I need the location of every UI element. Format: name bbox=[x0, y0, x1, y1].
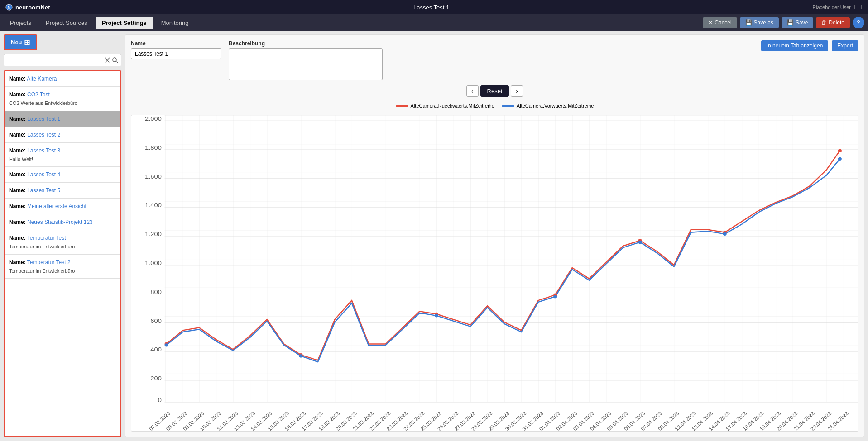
legend-red-line bbox=[396, 105, 408, 107]
list-item[interactable]: Name: Lasses Test 2 bbox=[5, 127, 120, 143]
search-input[interactable] bbox=[6, 57, 104, 63]
desc-label: Beschreibung bbox=[229, 40, 383, 47]
search-clear-button[interactable] bbox=[104, 57, 111, 64]
window-title: Lasses Test 1 bbox=[413, 4, 449, 11]
svg-line-6 bbox=[116, 61, 118, 63]
chart-reset-button[interactable]: Reset bbox=[480, 85, 509, 97]
tab-monitoring[interactable]: Monitoring bbox=[155, 17, 195, 29]
form-row: Name Beschreibung bbox=[131, 40, 383, 80]
user-info: Placeholder User bbox=[813, 5, 863, 10]
svg-point-41 bbox=[638, 241, 642, 244]
svg-point-43 bbox=[838, 157, 842, 161]
chart-svg: 2.000 1.800 1.600 1.400 1.200 1.000 800 … bbox=[131, 115, 858, 431]
app-logo: N neuroomNet bbox=[5, 4, 50, 11]
search-bar bbox=[4, 54, 121, 66]
chart-prev-button[interactable]: ‹ bbox=[466, 85, 478, 97]
tab-projects[interactable]: Projects bbox=[4, 17, 38, 29]
left-panel: Neu ⊞ Name: Alte Kamera bbox=[4, 34, 121, 437]
top-bar: N neuroomNet Lasses Test 1 Placeholder U… bbox=[0, 0, 868, 14]
cancel-button[interactable]: ✕ Cancel bbox=[703, 17, 737, 28]
svg-text:200: 200 bbox=[150, 375, 162, 382]
search-icon bbox=[112, 57, 118, 63]
svg-text:1.400: 1.400 bbox=[145, 202, 162, 209]
svg-text:1.800: 1.800 bbox=[145, 144, 162, 151]
svg-text:0: 0 bbox=[158, 397, 162, 403]
chart-legend: AlteCamera.Rueckwaerts.MitZeitreihe Alte… bbox=[131, 103, 858, 109]
nav-tabs: Projects Project Sources Project Setting… bbox=[4, 17, 195, 29]
svg-text:1.200: 1.200 bbox=[145, 231, 162, 237]
svg-rect-2 bbox=[854, 5, 862, 9]
name-input[interactable] bbox=[131, 48, 221, 59]
chart-next-button[interactable]: › bbox=[511, 85, 523, 97]
tab-project-sources[interactable]: Project Sources bbox=[39, 17, 94, 29]
open-tab-button[interactable]: In neuem Tab anzeigen bbox=[761, 40, 829, 51]
list-item[interactable]: Name: Temperatur Test Temperatur im Entw… bbox=[5, 230, 120, 255]
svg-text:1.600: 1.600 bbox=[145, 173, 162, 180]
cancel-icon: ✕ bbox=[708, 19, 713, 26]
list-item[interactable]: Name: CO2 Test CO2 Werte aus Entwicklerb… bbox=[5, 87, 120, 111]
help-button[interactable]: ? bbox=[853, 17, 864, 28]
svg-rect-7 bbox=[165, 115, 858, 402]
plus-icon: ⊞ bbox=[24, 38, 30, 47]
nav-bar: Projects Project Sources Project Setting… bbox=[0, 14, 868, 31]
delete-button[interactable]: 🗑 Delete bbox=[816, 17, 850, 28]
svg-text:2.000: 2.000 bbox=[145, 115, 162, 122]
svg-point-42 bbox=[723, 232, 727, 236]
list-item[interactable]: Name: Lasses Test 4 bbox=[5, 167, 120, 183]
project-list: Name: Alte Kamera Name: CO2 Test CO2 Wer… bbox=[4, 70, 121, 437]
svg-text:600: 600 bbox=[150, 317, 162, 324]
svg-point-36 bbox=[838, 149, 842, 152]
chart-nav: ‹ Reset › bbox=[131, 85, 858, 97]
desc-field-group: Beschreibung bbox=[229, 40, 383, 80]
desc-textarea[interactable] bbox=[229, 48, 383, 80]
close-icon bbox=[105, 57, 110, 63]
list-item[interactable]: Name: Alte Kamera bbox=[5, 71, 120, 87]
legend-red: AlteCamera.Rueckwaerts.MitZeitreihe bbox=[396, 103, 494, 109]
svg-point-5 bbox=[113, 58, 116, 62]
right-panel: Name Beschreibung In neuem Tab anzeigen … bbox=[125, 34, 864, 437]
logo-icon: N bbox=[5, 4, 13, 11]
save-button[interactable]: 💾 Save bbox=[782, 17, 813, 28]
svg-text:400: 400 bbox=[150, 346, 162, 353]
chart-container: 2.000 1.800 1.600 1.400 1.200 1.000 800 … bbox=[131, 115, 858, 432]
new-button-row: Neu ⊞ bbox=[4, 34, 121, 50]
name-label: Name bbox=[131, 40, 221, 47]
svg-text:N: N bbox=[8, 5, 10, 9]
save-icon: 💾 bbox=[787, 19, 794, 26]
delete-icon: 🗑 bbox=[821, 19, 827, 26]
saveas-icon: 💾 bbox=[745, 19, 752, 26]
svg-text:800: 800 bbox=[150, 288, 162, 295]
legend-blue-line bbox=[502, 105, 514, 107]
chart-actions: In neuem Tab anzeigen Export bbox=[761, 40, 858, 51]
svg-point-40 bbox=[553, 295, 557, 298]
svg-point-38 bbox=[299, 354, 302, 357]
new-project-button[interactable]: Neu ⊞ bbox=[4, 34, 37, 50]
list-item[interactable]: Name: Lasses Test 5 bbox=[5, 183, 120, 199]
save-as-button[interactable]: 💾 Save as bbox=[740, 17, 779, 28]
svg-point-37 bbox=[165, 343, 168, 346]
tab-project-settings[interactable]: Project Settings bbox=[96, 17, 153, 29]
export-button[interactable]: Export bbox=[832, 40, 858, 51]
list-item[interactable]: Name: Temperatur Test 2 Temperatur im En… bbox=[5, 255, 120, 279]
window-controls-icon bbox=[854, 5, 863, 10]
main-container: Neu ⊞ Name: Alte Kamera bbox=[0, 31, 868, 441]
list-item[interactable]: Name: Meine aller erste Ansicht bbox=[5, 199, 120, 214]
header-actions: ✕ Cancel 💾 Save as 💾 Save 🗑 Delete ? bbox=[703, 17, 864, 28]
legend-blue: AlteCamera.Vorwaerts.MitZeitreihe bbox=[502, 103, 594, 109]
search-button[interactable] bbox=[111, 56, 119, 64]
svg-point-39 bbox=[435, 314, 438, 317]
list-item-active[interactable]: Name: Lasses Test 1 bbox=[5, 111, 120, 127]
name-field-group: Name bbox=[131, 40, 221, 59]
svg-text:1.000: 1.000 bbox=[145, 260, 162, 266]
list-item[interactable]: Name: Lasses Test 3 Hallo Welt! bbox=[5, 143, 120, 167]
list-item[interactable]: Name: Neues Statistik-Projekt 123 bbox=[5, 214, 120, 230]
